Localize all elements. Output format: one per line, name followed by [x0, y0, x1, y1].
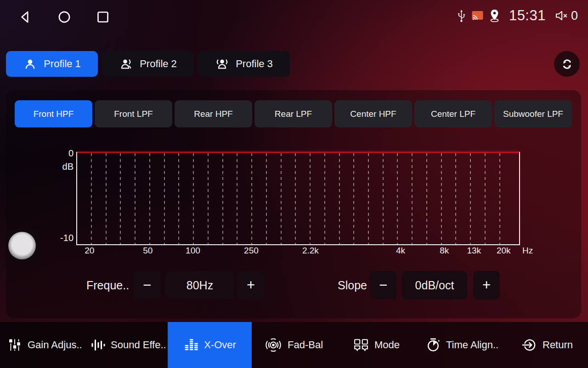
chart-gridline: [368, 153, 369, 244]
nav-item-gain-adjus[interactable]: Gain Adjus..: [7, 322, 82, 368]
android-nav-buttons: [17, 9, 111, 25]
stopwatch-icon: [425, 337, 441, 353]
chart-gridline: [310, 153, 311, 244]
chart-gridline: [441, 153, 442, 244]
chart-gridline: [135, 153, 136, 244]
frequency-minus-button[interactable]: −: [133, 271, 161, 299]
sound-bars-icon: [90, 337, 106, 353]
slope-label: Slope: [338, 271, 367, 299]
x-axis-unit: Hz: [522, 246, 533, 256]
back-icon: [17, 9, 34, 25]
chart-gridline: [455, 153, 456, 244]
filter-tabs: Front HPFFront LPFRear HPFRear LPFCenter…: [15, 100, 572, 127]
frequency-response-chart: [76, 152, 520, 245]
filter-tab-rear-lpf[interactable]: Rear LPF: [254, 100, 332, 127]
user-wave-icon: [119, 57, 133, 71]
filter-tab-rear-hpf[interactable]: Rear HPF: [175, 100, 252, 127]
nav-item-label: Time Align..: [446, 339, 498, 351]
usb-icon: [457, 9, 466, 23]
x-axis-tick-label: 8k: [440, 246, 449, 256]
x-axis-tick-label: 250: [244, 246, 259, 256]
status-icon-group: [457, 9, 500, 23]
x-axis-tick-label: 4k: [396, 246, 405, 256]
head-unit-screen: 15:31 0 Profile 1Profile 2Profile 3 Fron…: [0, 0, 588, 368]
nav-item-fad-bal[interactable]: Fad-Bal: [264, 322, 323, 368]
chart-gridline: [353, 153, 354, 244]
profile-tab-1[interactable]: Profile 1: [6, 51, 98, 77]
chart-gridline: [266, 153, 267, 244]
floating-knob-widget[interactable]: [5, 229, 39, 263]
profile-row: Profile 1Profile 2Profile 3: [6, 51, 580, 77]
filter-tab-center-lpf[interactable]: Center LPF: [414, 100, 492, 127]
profile-tabs: Profile 1Profile 2Profile 3: [6, 51, 580, 77]
x-axis-tick-label: 100: [186, 246, 200, 256]
x-axis-tick-label: 20k: [497, 246, 511, 256]
chart-gridline: [485, 153, 486, 244]
slope-minus-button[interactable]: −: [370, 271, 396, 299]
location-icon: [489, 9, 500, 23]
nav-item-x-over[interactable]: X-Over: [168, 322, 252, 368]
x-axis-tick-labels: 20501002502.2k4k8k13k20k: [76, 246, 518, 257]
x-axis-tick-label: 50: [143, 246, 153, 256]
filter-tab-label: Center LPF: [431, 109, 475, 119]
nav-item-label: Mode: [374, 339, 400, 351]
slope-plus-button[interactable]: +: [473, 271, 500, 299]
x-axis-tick-label: 20: [85, 246, 94, 256]
chart-gridline: [499, 153, 500, 244]
chart-gridline: [237, 153, 237, 244]
filter-tab-label: Subwoofer LPF: [503, 109, 563, 119]
home-button[interactable]: [56, 9, 73, 25]
profile-tab-2[interactable]: Profile 2: [102, 51, 194, 77]
frequency-value: 80Hz: [165, 271, 234, 299]
user-waves-icon: [215, 57, 229, 71]
bottom-nav: Gain Adjus..Sound Effe..X-OverFad-BalMod…: [0, 322, 588, 368]
filter-tab-center-hpf[interactable]: Center HPF: [334, 100, 412, 127]
nav-item-mode[interactable]: Mode: [353, 322, 400, 368]
refresh-button[interactable]: [554, 51, 580, 77]
equalizer-columns-icon: [183, 337, 199, 353]
response-curve-0db-line: [77, 152, 519, 153]
volume-indicator: 0: [554, 9, 578, 23]
filter-tab-label: Rear HPF: [194, 109, 232, 119]
nav-item-time-align[interactable]: Time Align..: [425, 322, 498, 368]
user-icon: [23, 57, 37, 71]
nav-item-label: Return: [543, 339, 573, 351]
recents-button[interactable]: [95, 9, 111, 25]
volume-level: 0: [571, 9, 578, 23]
nav-item-label: Gain Adjus..: [28, 339, 82, 351]
profile-tab-3[interactable]: Profile 3: [198, 51, 290, 77]
chart-gridline: [149, 153, 150, 244]
y-axis-label-0: 0: [55, 148, 74, 159]
chart-gridline: [412, 153, 413, 244]
filter-tab-label: Center HPF: [350, 109, 396, 119]
filter-tab-front-lpf[interactable]: Front LPF: [95, 100, 172, 127]
x-axis-tick-label: 13k: [467, 246, 481, 256]
nav-item-return[interactable]: Return: [522, 322, 573, 368]
frequency-label: Freque..: [86, 271, 129, 299]
clock: 15:31: [509, 7, 546, 24]
filter-tab-label: Front HPF: [34, 109, 74, 119]
chart-gridline: [193, 153, 194, 244]
home-icon: [56, 9, 73, 25]
return-arrow-icon: [522, 337, 537, 353]
chart-gridline: [208, 153, 209, 244]
chart-gridline: [91, 153, 92, 244]
recents-icon: [95, 9, 111, 25]
chart-gridline: [120, 153, 121, 244]
chart-gridline: [281, 153, 282, 244]
nav-item-sound-effe[interactable]: Sound Effe..: [90, 322, 166, 368]
gain-sliders-icon: [7, 337, 23, 353]
knob-ball: [8, 232, 36, 259]
filter-tab-front-hpf[interactable]: Front HPF: [15, 100, 92, 127]
chart-gridline: [339, 153, 340, 244]
chart-gridline: [383, 153, 384, 244]
frequency-plus-button[interactable]: +: [237, 271, 265, 299]
nav-item-label: X-Over: [204, 339, 236, 351]
chart-gridline: [295, 153, 296, 244]
xover-panel: Front HPFFront LPFRear HPFRear LPFCenter…: [6, 90, 581, 318]
filter-tab-subwoofer-lpf[interactable]: Subwoofer LPF: [494, 100, 572, 127]
chart-gridline: [397, 153, 398, 244]
chart-gridline: [470, 153, 471, 244]
profile-tab-label: Profile 3: [236, 58, 273, 70]
back-button[interactable]: [17, 9, 34, 25]
